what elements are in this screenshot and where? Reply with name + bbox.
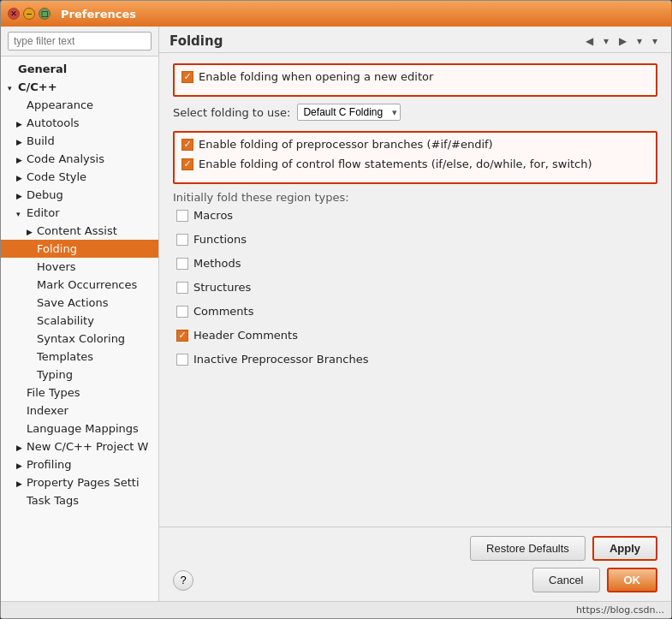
tree-item-save-actions[interactable]: Save Actions (1, 294, 158, 312)
tree-label-code-analysis: Code Analysis (27, 152, 104, 165)
tree-label-mark-occurrences: Mark Occurrences (37, 278, 137, 291)
tree-item-hovers[interactable]: Hovers (1, 258, 158, 276)
forward-dropdown-button[interactable]: ▾ (633, 33, 645, 49)
tree-arrow-code-analysis: ▶ (16, 156, 25, 164)
region-row-comments: Comments (176, 305, 657, 318)
region-label-comments[interactable]: Comments (193, 305, 253, 318)
tree-label-cpp: C/C++ (18, 80, 57, 93)
region-row-inactive-preprocessor: Inactive Preprocessor Branches (176, 353, 657, 366)
tree-label-general: General (18, 62, 67, 75)
tree-arrow-cpp: ▾ (8, 84, 16, 92)
tree-item-file-types[interactable]: File Types (1, 384, 158, 402)
tree-item-cpp[interactable]: ▾C/C++ (1, 78, 158, 96)
tree-label-language-mappings: Language Mappings (27, 422, 139, 435)
tree-label-editor: Editor (27, 206, 59, 219)
tree-item-property-pages[interactable]: ▶Property Pages Setti (1, 473, 158, 491)
enable-control-flow-checkbox[interactable] (181, 158, 193, 170)
tree-label-scalability: Scalability (37, 314, 94, 327)
ok-cancel-area: Cancel OK (532, 568, 657, 592)
filter-input[interactable] (8, 32, 152, 51)
tree-item-content-assist[interactable]: ▶Content Assist (1, 222, 158, 240)
tree-item-typing[interactable]: Typing (1, 366, 158, 384)
select-folding-row: Select folding to use: Default C Folding (173, 104, 657, 121)
region-types-label: Initially fold these region types: (173, 191, 657, 204)
tree-label-code-style: Code Style (27, 170, 86, 183)
tree-item-debug[interactable]: ▶Debug (1, 186, 158, 204)
tree-label-folding: Folding (37, 242, 77, 255)
tree-label-task-tags: Task Tags (27, 494, 79, 507)
tree-item-code-style[interactable]: ▶Code Style (1, 168, 158, 186)
region-label-functions[interactable]: Functions (193, 233, 247, 246)
region-checkbox-comments[interactable] (176, 306, 188, 318)
region-row-macros: Macros (176, 209, 657, 222)
region-checkbox-functions[interactable] (176, 234, 188, 246)
enable-control-flow-row: Enable folding of control flow statement… (181, 158, 649, 170)
tree-item-folding[interactable]: Folding (1, 240, 158, 258)
tree-label-property-pages: Property Pages Setti (27, 476, 140, 489)
tree-item-appearance[interactable]: Appearance (1, 96, 158, 114)
tree-item-language-mappings[interactable]: Language Mappings (1, 420, 158, 437)
region-checkbox-macros[interactable] (176, 210, 188, 222)
tree-item-code-analysis[interactable]: ▶Code Analysis (1, 150, 158, 168)
ok-button[interactable]: OK (607, 568, 658, 592)
region-checkbox-methods[interactable] (176, 258, 188, 270)
tree-item-syntax-coloring[interactable]: Syntax Coloring (1, 330, 158, 348)
close-button[interactable]: ✕ (8, 8, 20, 20)
page-title: Folding (169, 33, 223, 49)
nav-dropdown-button[interactable]: ▾ (600, 33, 612, 49)
tree-item-new-cpp-project[interactable]: ▶New C/C++ Project W (1, 437, 158, 455)
enable-folding-label[interactable]: Enable folding when opening a new editor (199, 70, 433, 83)
left-panel: General▾C/C++ Appearance▶Autotools▶Build… (1, 27, 159, 601)
minimize-button[interactable]: − (23, 8, 35, 20)
tree-label-new-cpp-project: New C/C++ Project W (27, 440, 148, 453)
tree-item-profiling[interactable]: ▶Profiling (1, 455, 158, 473)
title-bar: ✕ − □ Preferences (1, 1, 671, 27)
region-label-header-comments[interactable]: Header Comments (193, 329, 298, 342)
tree-item-mark-occurrences[interactable]: Mark Occurrences (1, 276, 158, 294)
region-label-macros[interactable]: Macros (193, 209, 233, 222)
enable-folding-row: Enable folding when opening a new editor (181, 70, 649, 83)
nav-arrows: ◀ ▾ ▶ ▾ ▾ (582, 33, 661, 49)
help-button[interactable]: ? (173, 570, 193, 591)
tree-item-build[interactable]: ▶Build (1, 132, 158, 150)
tree-item-autotools[interactable]: ▶Autotools (1, 114, 158, 132)
forward-button[interactable]: ▶ (616, 33, 630, 49)
tree-arrow-code-style: ▶ (16, 174, 25, 182)
restore-defaults-button[interactable]: Restore Defaults (470, 536, 586, 561)
region-checkbox-inactive-preprocessor[interactable] (176, 354, 188, 366)
tree-label-build: Build (27, 134, 55, 147)
region-row-structures: Structures (176, 281, 657, 294)
menu-button[interactable]: ▾ (649, 33, 661, 49)
apply-button[interactable]: Apply (592, 536, 657, 561)
tree-label-profiling: Profiling (27, 458, 72, 471)
tree-label-hovers: Hovers (37, 260, 76, 273)
back-button[interactable]: ◀ (582, 33, 597, 49)
enable-folding-box: Enable folding when opening a new editor (173, 63, 657, 97)
enable-preprocessor-checkbox[interactable] (181, 139, 193, 151)
folding-select[interactable]: Default C Folding (297, 104, 401, 121)
tree-arrow-property-pages: ▶ (16, 479, 25, 488)
enable-preprocessor-row: Enable folding of preprocessor branches … (181, 138, 649, 151)
tree-item-scalability[interactable]: Scalability (1, 312, 158, 330)
region-checkbox-header-comments[interactable] (176, 330, 188, 342)
tree-arrow-content-assist: ▶ (27, 228, 35, 236)
cancel-button[interactable]: Cancel (532, 568, 599, 592)
region-checkbox-structures[interactable] (176, 282, 188, 294)
enable-control-flow-label[interactable]: Enable folding of control flow statement… (199, 158, 592, 170)
content-area: General▾C/C++ Appearance▶Autotools▶Build… (1, 27, 671, 601)
preferences-window: ✕ − □ Preferences General▾C/C++ Appearan… (0, 0, 672, 619)
region-label-methods[interactable]: Methods (193, 257, 241, 270)
enable-folding-checkbox[interactable] (181, 71, 193, 83)
tree-item-general[interactable]: General (1, 60, 158, 78)
maximize-button[interactable]: □ (39, 8, 51, 20)
region-list: Macros Functions Methods Structures Comm… (173, 209, 657, 372)
region-label-structures[interactable]: Structures (193, 281, 251, 294)
tree-item-templates[interactable]: Templates (1, 348, 158, 366)
region-row-functions: Functions (176, 233, 657, 246)
enable-preprocessor-label[interactable]: Enable folding of preprocessor branches … (199, 138, 493, 151)
region-label-inactive-preprocessor[interactable]: Inactive Preprocessor Branches (193, 353, 368, 366)
tree-item-editor[interactable]: ▾Editor (1, 204, 158, 222)
tree-item-indexer[interactable]: Indexer (1, 402, 158, 420)
filter-bar (1, 27, 158, 57)
tree-item-task-tags[interactable]: Task Tags (1, 491, 158, 509)
